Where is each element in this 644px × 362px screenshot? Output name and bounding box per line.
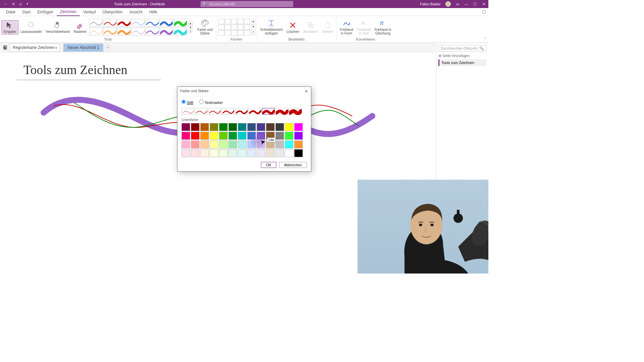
color-swatch[interactable] bbox=[266, 149, 275, 157]
pen-swatch[interactable] bbox=[174, 27, 187, 36]
color-swatch[interactable] bbox=[200, 123, 209, 131]
color-swatch[interactable] bbox=[228, 132, 237, 140]
thickness-swatch[interactable] bbox=[181, 108, 194, 115]
pen-swatch[interactable] bbox=[89, 19, 103, 27]
color-swatch[interactable] bbox=[285, 123, 293, 131]
color-swatch[interactable] bbox=[266, 123, 275, 131]
insert-write-area[interactable]: Schreibbereich einfügen bbox=[258, 18, 285, 36]
back-icon[interactable]: ← bbox=[4, 2, 8, 6]
color-swatch[interactable] bbox=[247, 123, 256, 131]
color-swatch[interactable] bbox=[238, 123, 247, 131]
tab-verlauf[interactable]: Verlauf bbox=[80, 8, 99, 16]
add-page-button[interactable]: ⊕ Seite hinzufügen bbox=[438, 54, 486, 58]
color-swatch[interactable] bbox=[275, 132, 284, 140]
color-swatch[interactable] bbox=[191, 140, 200, 148]
ribbon-options-icon[interactable]: ▢ bbox=[482, 9, 486, 14]
undo-icon[interactable]: ↺ bbox=[12, 2, 15, 6]
ink-to-shape[interactable]: Freihand in Form bbox=[338, 18, 355, 36]
pen-swatch[interactable] bbox=[160, 19, 173, 27]
pen-swatch[interactable] bbox=[103, 27, 117, 36]
color-swatch[interactable] bbox=[228, 123, 237, 131]
search-box[interactable]: 🔍 Suchen (Alt+M) bbox=[201, 1, 293, 7]
color-swatch[interactable] bbox=[219, 132, 228, 140]
collapse-ribbon-icon[interactable]: ˄ bbox=[484, 37, 486, 42]
radio-pen[interactable]: Stift bbox=[181, 100, 193, 105]
color-swatch[interactable] bbox=[238, 132, 247, 140]
color-swatch[interactable] bbox=[181, 132, 190, 140]
shapes-up-icon[interactable]: ▴ bbox=[251, 19, 255, 24]
tool-eraser[interactable]: Radierer bbox=[72, 20, 89, 34]
color-swatch[interactable] bbox=[238, 149, 247, 157]
pen-swatch[interactable] bbox=[160, 27, 173, 36]
section-tab[interactable]: Neuer Abschnitt 1 bbox=[63, 44, 103, 52]
color-swatch[interactable] bbox=[275, 140, 284, 148]
tab-ueberpruefen[interactable]: Überprüfen bbox=[99, 8, 126, 16]
user-name[interactable]: Fabio Basler bbox=[420, 2, 441, 6]
delete-button[interactable]: Löschen bbox=[284, 20, 301, 34]
tab-datei[interactable]: Datei bbox=[3, 8, 19, 16]
pen-swatch[interactable] bbox=[174, 19, 187, 27]
notebook-dropdown[interactable]: Registerkarte Zeichnen ▾ bbox=[10, 44, 60, 52]
color-swatch[interactable] bbox=[228, 140, 237, 148]
pen-swatch[interactable] bbox=[131, 27, 145, 36]
gallery-up-icon[interactable]: ▴ bbox=[189, 21, 193, 25]
color-swatch[interactable] bbox=[247, 132, 256, 140]
maximize-icon[interactable]: ☐ bbox=[473, 2, 477, 6]
tab-hilfe[interactable]: Hilfe bbox=[146, 8, 161, 16]
color-swatch[interactable] bbox=[285, 149, 293, 157]
tool-eingabe[interactable]: Eingabe bbox=[1, 20, 18, 35]
ribbon-mode-icon[interactable]: ▭ bbox=[455, 2, 460, 6]
shapes-down-icon[interactable]: ▾ bbox=[251, 25, 255, 29]
ok-button[interactable]: OK bbox=[261, 162, 276, 168]
thickness-swatch[interactable] bbox=[289, 108, 302, 115]
color-swatch[interactable] bbox=[228, 149, 237, 157]
qat-chevron-icon[interactable]: ▾ bbox=[26, 2, 28, 6]
pen-swatch[interactable] bbox=[146, 27, 159, 36]
pen-swatch[interactable] bbox=[117, 19, 131, 27]
shapes-gallery[interactable] bbox=[218, 18, 251, 36]
tool-lasso[interactable]: Lassoauswahl bbox=[18, 20, 44, 34]
color-swatch[interactable] bbox=[257, 149, 265, 157]
color-swatch[interactable] bbox=[200, 132, 209, 140]
color-swatch[interactable] bbox=[191, 123, 200, 131]
color-swatch[interactable] bbox=[210, 149, 218, 157]
color-swatch[interactable] bbox=[219, 149, 228, 157]
thickness-swatch[interactable] bbox=[262, 108, 275, 115]
pen-swatch[interactable] bbox=[117, 27, 131, 36]
color-swatch[interactable] bbox=[294, 123, 303, 131]
color-swatch[interactable] bbox=[210, 140, 218, 148]
color-swatch[interactable] bbox=[219, 123, 228, 131]
color-swatch[interactable] bbox=[181, 149, 190, 157]
color-swatch[interactable] bbox=[257, 123, 265, 131]
color-swatch[interactable] bbox=[238, 140, 247, 148]
color-swatch[interactable] bbox=[285, 132, 293, 140]
thickness-swatch[interactable] bbox=[195, 108, 208, 115]
color-swatch[interactable] bbox=[275, 123, 284, 131]
add-section-button[interactable]: + bbox=[105, 45, 111, 51]
ink-to-equation[interactable]: π Freihand in Gleichung bbox=[372, 18, 393, 36]
thickness-swatch[interactable] bbox=[249, 108, 261, 115]
minimize-icon[interactable]: — bbox=[464, 2, 468, 6]
page-title[interactable]: Tools zum Zeichnen bbox=[23, 62, 127, 77]
tab-zeichnen[interactable]: Zeichnen bbox=[57, 8, 80, 16]
color-swatch[interactable] bbox=[210, 132, 218, 140]
panel-search[interactable]: Durchsuchen (Strg+E) 🔍 bbox=[438, 45, 486, 52]
color-swatch[interactable] bbox=[285, 140, 293, 148]
color-swatch[interactable] bbox=[181, 123, 190, 131]
color-swatch[interactable] bbox=[191, 132, 200, 140]
tab-start[interactable]: Start bbox=[19, 8, 34, 16]
gallery-down-icon[interactable]: ▾ bbox=[189, 25, 193, 29]
tab-ansicht[interactable]: Ansicht bbox=[126, 8, 146, 16]
color-swatch[interactable] bbox=[294, 132, 303, 140]
color-swatch[interactable] bbox=[257, 140, 265, 148]
color-swatch[interactable] bbox=[200, 149, 209, 157]
color-swatch[interactable] bbox=[219, 140, 228, 148]
color-swatch[interactable] bbox=[294, 149, 303, 157]
color-swatch[interactable] bbox=[210, 123, 218, 131]
color-swatch[interactable] bbox=[294, 140, 303, 148]
thickness-swatch[interactable] bbox=[222, 108, 234, 115]
color-swatch[interactable] bbox=[200, 140, 209, 148]
tool-hand[interactable]: Verschiebehand bbox=[44, 20, 72, 34]
color-swatch[interactable] bbox=[275, 149, 284, 157]
color-swatch[interactable] bbox=[181, 140, 190, 148]
